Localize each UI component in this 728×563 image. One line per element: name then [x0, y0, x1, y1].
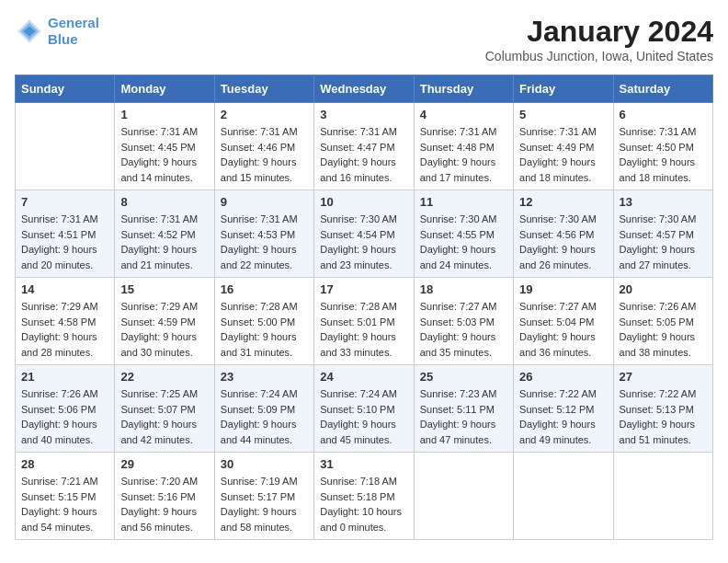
calendar-cell: 1Sunrise: 7:31 AMSunset: 4:45 PMDaylight… [115, 103, 214, 190]
weekday-header: Saturday [613, 75, 712, 103]
day-info: Sunrise: 7:31 AMSunset: 4:49 PMDaylight:… [519, 124, 607, 185]
calendar-cell: 7Sunrise: 7:31 AMSunset: 4:51 PMDaylight… [16, 190, 115, 278]
calendar-cell: 25Sunrise: 7:23 AMSunset: 5:11 PMDayligh… [414, 365, 513, 453]
calendar-cell: 2Sunrise: 7:31 AMSunset: 4:46 PMDaylight… [214, 103, 313, 190]
calendar-cell: 12Sunrise: 7:30 AMSunset: 4:56 PMDayligh… [514, 190, 613, 278]
day-number: 18 [420, 282, 507, 296]
day-number: 30 [221, 457, 308, 471]
day-info: Sunrise: 7:30 AMSunset: 4:57 PMDaylight:… [620, 212, 707, 272]
calendar-cell: 14Sunrise: 7:29 AMSunset: 4:58 PMDayligh… [16, 278, 115, 365]
day-info: Sunrise: 7:22 AMSunset: 5:12 PMDaylight:… [519, 386, 607, 447]
calendar-cell: 11Sunrise: 7:30 AMSunset: 4:55 PMDayligh… [414, 190, 513, 278]
calendar-cell: 16Sunrise: 7:28 AMSunset: 5:00 PMDayligh… [214, 278, 313, 365]
day-number: 2 [221, 108, 308, 121]
calendar-cell: 30Sunrise: 7:19 AMSunset: 5:17 PMDayligh… [214, 453, 313, 540]
day-info: Sunrise: 7:26 AMSunset: 5:05 PMDaylight:… [620, 299, 707, 360]
day-info: Sunrise: 7:29 AMSunset: 4:58 PMDaylight:… [21, 299, 108, 360]
day-info: Sunrise: 7:18 AMSunset: 5:18 PMDaylight:… [320, 474, 407, 534]
day-info: Sunrise: 7:31 AMSunset: 4:46 PMDaylight:… [221, 124, 308, 185]
calendar-cell: 9Sunrise: 7:31 AMSunset: 4:53 PMDaylight… [214, 190, 313, 278]
day-number: 16 [221, 282, 308, 296]
calendar-cell: 27Sunrise: 7:22 AMSunset: 5:13 PMDayligh… [613, 365, 712, 453]
day-info: Sunrise: 7:31 AMSunset: 4:52 PMDaylight:… [120, 212, 208, 272]
day-number: 14 [21, 282, 108, 296]
day-info: Sunrise: 7:21 AMSunset: 5:15 PMDaylight:… [21, 474, 108, 534]
day-number: 6 [620, 108, 707, 121]
day-number: 28 [21, 457, 108, 471]
calendar-cell: 22Sunrise: 7:25 AMSunset: 5:07 PMDayligh… [115, 365, 214, 453]
calendar-cell [16, 103, 115, 190]
day-number: 10 [320, 195, 407, 209]
calendar-week-row: 7Sunrise: 7:31 AMSunset: 4:51 PMDaylight… [16, 190, 713, 278]
day-info: Sunrise: 7:24 AMSunset: 5:09 PMDaylight:… [221, 386, 308, 447]
day-info: Sunrise: 7:30 AMSunset: 4:54 PMDaylight:… [320, 212, 407, 272]
day-number: 11 [420, 195, 507, 209]
day-info: Sunrise: 7:19 AMSunset: 5:17 PMDaylight:… [221, 474, 308, 534]
day-info: Sunrise: 7:30 AMSunset: 4:56 PMDaylight:… [519, 212, 607, 272]
calendar-header-row: SundayMondayTuesdayWednesdayThursdayFrid… [16, 75, 713, 103]
day-number: 5 [519, 108, 607, 121]
day-number: 20 [620, 282, 707, 296]
calendar-cell: 8Sunrise: 7:31 AMSunset: 4:52 PMDaylight… [115, 190, 214, 278]
calendar-week-row: 1Sunrise: 7:31 AMSunset: 4:45 PMDaylight… [16, 103, 713, 190]
day-number: 15 [120, 282, 208, 296]
day-number: 1 [120, 108, 208, 121]
day-info: Sunrise: 7:26 AMSunset: 5:06 PMDaylight:… [21, 386, 108, 447]
day-info: Sunrise: 7:31 AMSunset: 4:48 PMDaylight:… [420, 124, 507, 185]
day-number: 21 [21, 370, 108, 384]
weekday-header: Tuesday [214, 75, 313, 103]
day-number: 22 [120, 370, 208, 384]
day-info: Sunrise: 7:25 AMSunset: 5:07 PMDaylight:… [120, 386, 208, 447]
title-block: January 2024 Columbus Junction, Iowa, Un… [485, 15, 713, 63]
calendar-cell: 13Sunrise: 7:30 AMSunset: 4:57 PMDayligh… [613, 190, 712, 278]
day-number: 19 [519, 282, 607, 296]
day-number: 7 [21, 195, 108, 209]
location: Columbus Junction, Iowa, United States [485, 49, 713, 63]
day-info: Sunrise: 7:30 AMSunset: 4:55 PMDaylight:… [420, 212, 507, 272]
weekday-header: Friday [514, 75, 613, 103]
day-info: Sunrise: 7:28 AMSunset: 5:00 PMDaylight:… [221, 299, 308, 360]
day-info: Sunrise: 7:31 AMSunset: 4:51 PMDaylight:… [21, 212, 108, 272]
calendar-cell: 15Sunrise: 7:29 AMSunset: 4:59 PMDayligh… [115, 278, 214, 365]
calendar-week-row: 28Sunrise: 7:21 AMSunset: 5:15 PMDayligh… [16, 453, 713, 540]
calendar-week-row: 21Sunrise: 7:26 AMSunset: 5:06 PMDayligh… [16, 365, 713, 453]
calendar-cell: 28Sunrise: 7:21 AMSunset: 5:15 PMDayligh… [16, 453, 115, 540]
calendar-cell: 3Sunrise: 7:31 AMSunset: 4:47 PMDaylight… [314, 103, 414, 190]
day-info: Sunrise: 7:27 AMSunset: 5:04 PMDaylight:… [519, 299, 607, 360]
day-info: Sunrise: 7:27 AMSunset: 5:03 PMDaylight:… [420, 299, 507, 360]
day-number: 8 [120, 195, 208, 209]
page-header: General Blue January 2024 Columbus Junct… [15, 15, 713, 63]
day-info: Sunrise: 7:31 AMSunset: 4:45 PMDaylight:… [120, 124, 208, 185]
calendar-cell [414, 453, 513, 540]
calendar-cell: 18Sunrise: 7:27 AMSunset: 5:03 PMDayligh… [414, 278, 513, 365]
calendar-cell: 17Sunrise: 7:28 AMSunset: 5:01 PMDayligh… [314, 278, 414, 365]
day-number: 4 [420, 108, 507, 121]
calendar-cell: 20Sunrise: 7:26 AMSunset: 5:05 PMDayligh… [613, 278, 712, 365]
day-number: 12 [519, 195, 607, 209]
day-number: 29 [120, 457, 208, 471]
day-number: 24 [320, 370, 407, 384]
weekday-header: Monday [115, 75, 214, 103]
day-number: 9 [221, 195, 308, 209]
day-number: 31 [320, 457, 407, 471]
day-info: Sunrise: 7:23 AMSunset: 5:11 PMDaylight:… [420, 386, 507, 447]
day-info: Sunrise: 7:31 AMSunset: 4:47 PMDaylight:… [320, 124, 407, 185]
calendar-cell: 4Sunrise: 7:31 AMSunset: 4:48 PMDaylight… [414, 103, 513, 190]
month-title: January 2024 [485, 15, 713, 49]
calendar-cell: 6Sunrise: 7:31 AMSunset: 4:50 PMDaylight… [613, 103, 712, 190]
calendar-cell: 23Sunrise: 7:24 AMSunset: 5:09 PMDayligh… [214, 365, 313, 453]
calendar-cell [514, 453, 613, 540]
logo-text: General Blue [48, 15, 99, 48]
day-number: 3 [320, 108, 407, 121]
day-info: Sunrise: 7:31 AMSunset: 4:50 PMDaylight:… [620, 124, 707, 185]
calendar-cell: 5Sunrise: 7:31 AMSunset: 4:49 PMDaylight… [514, 103, 613, 190]
weekday-header: Thursday [414, 75, 513, 103]
calendar-table: SundayMondayTuesdayWednesdayThursdayFrid… [15, 75, 713, 540]
calendar-cell: 31Sunrise: 7:18 AMSunset: 5:18 PMDayligh… [314, 453, 414, 540]
day-number: 25 [420, 370, 507, 384]
calendar-cell: 26Sunrise: 7:22 AMSunset: 5:12 PMDayligh… [514, 365, 613, 453]
logo-icon [15, 17, 44, 46]
day-number: 27 [620, 370, 707, 384]
calendar-cell: 29Sunrise: 7:20 AMSunset: 5:16 PMDayligh… [115, 453, 214, 540]
calendar-week-row: 14Sunrise: 7:29 AMSunset: 4:58 PMDayligh… [16, 278, 713, 365]
